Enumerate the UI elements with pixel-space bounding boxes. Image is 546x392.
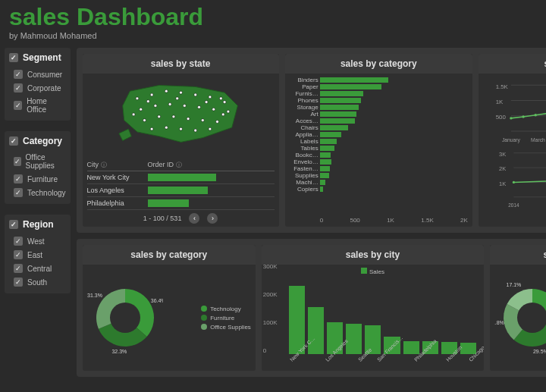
svg-text:March: March: [531, 137, 545, 143]
checkbox-icon: ✓: [14, 237, 23, 246]
svg-point-1: [150, 93, 153, 96]
card-title: sales by region: [490, 245, 546, 265]
svg-text:2014: 2014: [508, 202, 519, 208]
svg-point-17: [187, 118, 190, 121]
table-header: Cityⓘ Order IDⓘ: [87, 159, 275, 171]
svg-point-13: [227, 110, 230, 113]
line-chart-monthly[interactable]: 5001K1.5KJanuaryMarchMayJulySeptemberNov…: [482, 77, 546, 145]
filter-item-corporate[interactable]: ✓Corporate: [9, 81, 66, 95]
bar-Paper[interactable]: Paper: [290, 83, 468, 89]
svg-point-21: [165, 126, 168, 129]
bar-Furnis…[interactable]: Furnis…: [290, 90, 468, 96]
bar-Binders[interactable]: Binders: [290, 77, 468, 83]
bar-Phones[interactable]: Phones: [290, 97, 468, 103]
bar-Machi…[interactable]: Machi…: [290, 179, 468, 185]
filter-category: ✓Category ✓Office Supplies ✓Furniture ✓T…: [5, 131, 71, 204]
filter-item-office-supplies[interactable]: ✓Office Supplies: [9, 151, 66, 172]
top-panel: sales by state: [77, 48, 546, 233]
svg-point-26: [221, 113, 224, 116]
line-chart-yearly[interactable]: 1K2K3K4K2014201520162017: [482, 145, 546, 210]
filter-title: Region: [23, 219, 54, 230]
next-button[interactable]: ›: [207, 213, 218, 224]
svg-point-36: [522, 115, 524, 118]
bar-Acces…[interactable]: Acces…: [290, 118, 468, 124]
us-map[interactable]: [87, 77, 275, 159]
table-row[interactable]: Los Angeles: [87, 184, 275, 197]
svg-point-10: [183, 104, 186, 107]
bar-Bookc…[interactable]: Bookc…: [290, 152, 468, 158]
filter-item-furniture[interactable]: ✓Furniture: [9, 172, 66, 186]
bar-Chairs[interactable]: Chairs: [290, 124, 468, 130]
svg-point-11: [197, 105, 200, 108]
card-title: sales by city: [262, 245, 484, 265]
filter-item-west[interactable]: ✓West: [9, 234, 66, 248]
legend-item[interactable]: Technology: [201, 306, 251, 312]
card-sales-by-city: sales by city Sales 300K200K100K0 New Yo…: [262, 245, 484, 371]
svg-point-18: [201, 119, 204, 122]
bar-Supplies[interactable]: Supplies: [290, 172, 468, 178]
bar-Art[interactable]: Art: [290, 111, 468, 117]
svg-point-3: [179, 91, 182, 94]
checkbox-icon: ✓: [14, 250, 23, 259]
prev-button[interactable]: ‹: [189, 213, 199, 224]
svg-text:2K: 2K: [499, 165, 506, 172]
legend-item[interactable]: Furniture: [201, 315, 251, 321]
card-title: sales trends: [479, 54, 546, 74]
checkbox-icon: ✓: [14, 278, 23, 287]
checkbox-icon: ✓: [14, 188, 23, 197]
svg-point-20: [150, 127, 153, 130]
table-row[interactable]: Philadelphia: [87, 197, 275, 210]
bar-Copiers[interactable]: Copiers: [290, 186, 468, 192]
svg-point-24: [209, 127, 212, 130]
filter-item-consumer[interactable]: ✓Consumer: [9, 67, 66, 81]
svg-point-16: [172, 115, 175, 118]
donut-chart-category[interactable]: 36.4%32.3%31.3%: [87, 280, 163, 356]
filter-item-south[interactable]: ✓South: [9, 275, 66, 289]
checkbox-icon[interactable]: ✓: [9, 136, 18, 146]
checkbox-icon[interactable]: ✓: [9, 220, 18, 229]
svg-text:January: January: [502, 137, 521, 143]
filter-item-technology[interactable]: ✓Technology: [9, 186, 66, 199]
bottom-panel: sales by category 36.4%32.3%31.3% Techno…: [77, 239, 546, 377]
bar-Envelo…[interactable]: Envelo…: [290, 158, 468, 165]
bar-Labels[interactable]: Labels: [290, 138, 468, 144]
card-sales-by-category-bar: sales by category BindersPaperFurnis…Pho…: [285, 54, 472, 227]
checkbox-icon: ✓: [14, 174, 23, 183]
svg-text:21.8%: 21.8%: [494, 320, 504, 325]
bar-Storage[interactable]: Storage: [290, 104, 468, 110]
legend-item[interactable]: Office Supplies: [201, 324, 251, 331]
bar-Applia…[interactable]: Applia…: [290, 131, 468, 137]
info-icon[interactable]: ⓘ: [176, 162, 182, 168]
svg-point-5: [209, 96, 212, 99]
svg-point-14: [143, 119, 146, 122]
svg-point-7: [139, 108, 142, 111]
svg-point-75: [110, 303, 140, 333]
checkbox-icon: ✓: [14, 70, 23, 79]
card-title: sales by category: [285, 54, 472, 74]
table-row[interactable]: New York City: [87, 171, 275, 184]
svg-text:1.5K: 1.5K: [496, 83, 509, 90]
svg-point-4: [193, 93, 196, 96]
svg-point-27: [205, 101, 208, 104]
svg-text:29.5%: 29.5%: [533, 349, 546, 354]
svg-text:1K: 1K: [499, 180, 506, 187]
svg-text:500: 500: [496, 114, 507, 121]
svg-point-19: [215, 121, 218, 124]
filter-item-home-office[interactable]: ✓Home Office: [9, 95, 66, 116]
donut-chart-region[interactable]: 31.6%29.5%21.8%17.1%: [494, 280, 546, 356]
filter-region: ✓Region ✓West ✓East ✓Central ✓South: [5, 215, 71, 293]
card-sales-by-region: sales by region 31.6%29.5%21.8%17.1% Wes…: [490, 245, 546, 371]
svg-point-28: [175, 97, 178, 100]
card-sales-trends: sales trends 5001K1.5KJanuaryMarchMayJul…: [479, 54, 546, 227]
filter-item-central[interactable]: ✓Central: [9, 262, 66, 275]
svg-point-6: [223, 101, 226, 104]
bar-Tables[interactable]: Tables: [290, 145, 468, 151]
svg-point-9: [168, 103, 171, 106]
page-title: sales Dashboard: [0, 0, 546, 31]
checkbox-icon[interactable]: ✓: [9, 53, 18, 62]
info-icon[interactable]: ⓘ: [101, 162, 107, 168]
filter-item-east[interactable]: ✓East: [9, 248, 66, 262]
svg-point-35: [510, 117, 512, 119]
bar-Fasten…[interactable]: Fasten…: [290, 165, 468, 171]
pager-text: 1 - 100 / 531: [143, 215, 182, 222]
